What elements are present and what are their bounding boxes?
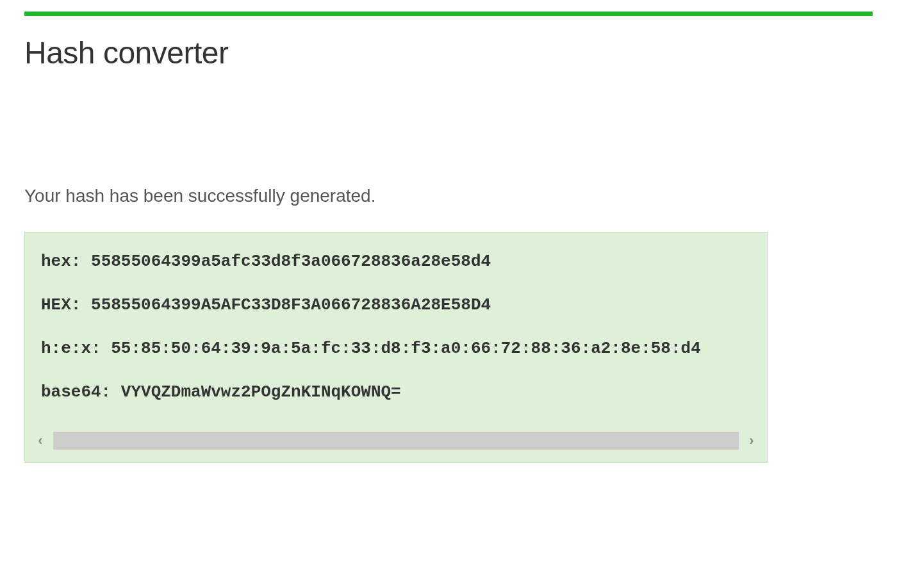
result-line-hex-colon: h:e:x: 55:85:50:64:39:9a:5a:fc:33:d8:f3:… <box>41 339 751 358</box>
scroll-left-arrow[interactable]: ‹ <box>30 430 51 451</box>
result-line-base64: base64: VYVQZDmaWvwz2POgZnKINqKOWNQ= <box>41 382 751 402</box>
result-line-hex-upper: HEX: 55855064399A5AFC33D8F3A066728836A28… <box>41 295 751 314</box>
result-value[interactable]: 55:85:50:64:39:9a:5a:fc:33:d8:f3:a0:66:7… <box>111 339 701 358</box>
page-title: Hash converter <box>24 35 873 70</box>
main-container: Hash converter Your hash has been succes… <box>0 16 897 482</box>
horizontal-scrollbar: ‹ › <box>30 430 762 451</box>
scroll-right-arrow[interactable]: › <box>741 430 762 451</box>
result-line-hex: hex: 55855064399a5afc33d8f3a066728836a28… <box>41 252 751 271</box>
hash-result-box: hex: 55855064399a5afc33d8f3a066728836a28… <box>24 232 768 463</box>
result-label: hex: <box>41 252 81 271</box>
result-content: hex: 55855064399a5afc33d8f3a066728836a28… <box>25 252 767 430</box>
result-label: h:e:x: <box>41 339 101 358</box>
result-label: base64: <box>41 382 111 402</box>
result-label: HEX: <box>41 295 81 314</box>
top-accent-border <box>24 12 873 16</box>
scroll-track[interactable] <box>53 432 739 450</box>
status-message: Your hash has been successfully generate… <box>24 186 873 206</box>
result-value[interactable]: 55855064399a5afc33d8f3a066728836a28e58d4 <box>91 252 491 271</box>
result-value[interactable]: VYVQZDmaWvwz2POgZnKINqKOWNQ= <box>121 382 401 402</box>
result-value[interactable]: 55855064399A5AFC33D8F3A066728836A28E58D4 <box>91 295 491 314</box>
